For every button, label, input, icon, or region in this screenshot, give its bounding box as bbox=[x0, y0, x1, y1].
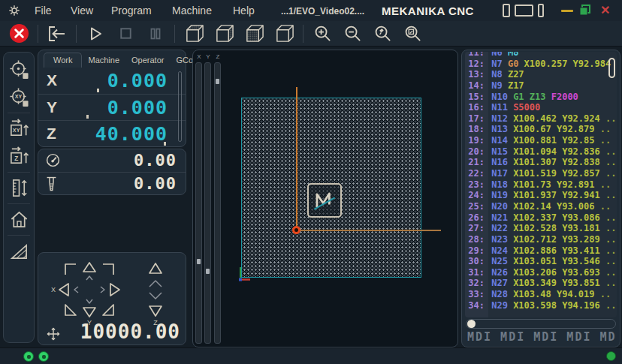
viewport-panel[interactable]: X Y Z bbox=[192, 50, 458, 347]
jog-step-up-chevron bbox=[86, 276, 92, 280]
goto-xy-zero-button[interactable]: XY bbox=[4, 115, 34, 143]
menu-view[interactable]: View bbox=[71, 5, 93, 17]
gcode-line: 14: N9 Z17 bbox=[465, 80, 617, 92]
toolbar-divider bbox=[76, 25, 77, 43]
program-rewind-button[interactable] bbox=[44, 23, 70, 45]
feed-spindle-panel: 0.00 0.00 bbox=[38, 149, 186, 195]
jog-step-left-chevron bbox=[74, 287, 78, 293]
gcode-line: 21: N16 X101.307 Y92.838 .. bbox=[465, 157, 617, 168]
menu-file[interactable]: File bbox=[35, 5, 52, 17]
app-title: MEKANIKA CNC bbox=[382, 5, 474, 17]
dro-tick bbox=[164, 142, 166, 146]
gcode-line: 22: N17 X101.519 Y92.857 .. bbox=[465, 168, 617, 179]
sidebar-divider bbox=[8, 172, 30, 173]
tab-machine[interactable]: Machine bbox=[82, 53, 125, 68]
gcode-line: 15: N10 G1 Z13 F2000 bbox=[465, 92, 617, 103]
toolbar-divider bbox=[174, 25, 175, 43]
dro-row-z: Z 40.000 bbox=[38, 120, 186, 146]
x-slider-handle[interactable] bbox=[197, 259, 201, 264]
jog-x-label: X bbox=[51, 286, 56, 293]
tab-work[interactable]: Work bbox=[44, 53, 82, 68]
zoom-fit-button[interactable] bbox=[400, 23, 425, 45]
pause-button[interactable] bbox=[143, 23, 168, 45]
zero-all-button[interactable] bbox=[4, 56, 34, 83]
gcode-line: 29: N24 X102.886 Y93.411 .. bbox=[465, 245, 617, 257]
dro-tick bbox=[97, 89, 99, 92]
move-arrows-icon bbox=[46, 326, 61, 344]
emergency-stop-button[interactable] bbox=[6, 23, 32, 45]
gcode-vertical-scrollbar[interactable] bbox=[608, 58, 615, 78]
hscroll-knob[interactable] bbox=[467, 320, 476, 328]
tool-length-button[interactable] bbox=[4, 174, 34, 202]
view-iso-button[interactable] bbox=[271, 23, 297, 45]
zero-xy-button[interactable]: XY bbox=[4, 83, 34, 111]
goto-z-zero-button[interactable]: Z bbox=[4, 143, 34, 170]
jog-sw-button bbox=[65, 305, 76, 315]
mdi-input[interactable]: MDI MDI MDI MDI MDI M bbox=[467, 330, 616, 345]
jog-feed-value[interactable]: 10000.00 bbox=[80, 320, 180, 343]
jog-pad[interactable]: X Y Z bbox=[43, 255, 186, 327]
gcode-line: 30: N25 X103.051 Y93.546 .. bbox=[465, 256, 617, 267]
jog-y-minus-button bbox=[83, 308, 95, 317]
sidebar-divider bbox=[8, 113, 30, 113]
status-bar bbox=[0, 347, 622, 364]
y-slider-handle[interactable] bbox=[206, 269, 210, 274]
cycle-start-button[interactable] bbox=[83, 23, 108, 45]
jog-z-down-chevron bbox=[149, 293, 162, 299]
dro-axis-y-label: Y bbox=[47, 98, 57, 116]
zoom-tool-button[interactable] bbox=[370, 23, 395, 45]
gcode-listing[interactable]: 11: N6 M812: N7 G0 X100.257 Y92.98413: N… bbox=[465, 52, 617, 317]
left-sidebar: XYXYZ bbox=[3, 52, 35, 343]
minimize-icon[interactable] bbox=[561, 10, 573, 12]
view-top-button[interactable] bbox=[181, 23, 207, 45]
jog-z-plus-button bbox=[149, 263, 162, 273]
zoom-in-button[interactable] bbox=[309, 23, 335, 45]
stop-button[interactable] bbox=[113, 23, 138, 45]
tool-bit-icon bbox=[45, 176, 58, 195]
jog-step-down-chevron bbox=[86, 299, 92, 303]
gcode-line: 18: N13 X100.67 Y92.879 .. bbox=[465, 124, 617, 135]
gcode-line: 33: N28 X103.48 Y94.019 .. bbox=[465, 289, 617, 300]
gcode-horizontal-scrollbar[interactable] bbox=[466, 319, 616, 329]
menu-machine[interactable]: Machine bbox=[172, 5, 212, 17]
gcode-line: 23: N18 X101.73 Y92.891 .. bbox=[465, 179, 617, 191]
maximize-icon[interactable] bbox=[579, 5, 590, 19]
tab-operator[interactable]: Operator bbox=[125, 53, 170, 68]
logo-engraving bbox=[307, 183, 342, 218]
status-badge-2 bbox=[38, 351, 49, 362]
gcode-line: 12: N7 G0 X100.257 Y92.984 bbox=[465, 59, 617, 70]
jog-step-right-chevron bbox=[101, 287, 104, 293]
jog-ne-button bbox=[103, 264, 113, 275]
jog-x-plus-button bbox=[110, 284, 119, 296]
jog-y-plus-button bbox=[83, 263, 95, 272]
zoom-out-button[interactable] bbox=[340, 23, 365, 45]
layout-wide-icon[interactable] bbox=[515, 5, 533, 17]
speedometer-icon bbox=[45, 152, 61, 171]
layout-narrow2-icon[interactable] bbox=[538, 4, 544, 17]
gcode-line: 28: N23 X102.712 Y93.289 .. bbox=[465, 234, 617, 245]
gcode-line: 19: N14 X100.881 Y92.85 .. bbox=[465, 135, 617, 146]
toolpath-horizontal-line bbox=[297, 230, 441, 231]
y-axis-slider[interactable] bbox=[204, 62, 211, 344]
gcode-line: 34: N29 X103.598 Y94.196 .. bbox=[465, 300, 617, 311]
menu-program[interactable]: Program bbox=[111, 5, 152, 17]
z-slider-handle[interactable] bbox=[216, 79, 219, 84]
close-icon[interactable]: ✕ bbox=[600, 3, 610, 17]
document-path: ...1/EVO_Video02.... bbox=[281, 6, 364, 17]
view-front-button[interactable] bbox=[241, 23, 267, 45]
gcode-line: 31: N26 X103.206 Y93.693 .. bbox=[465, 267, 617, 278]
gcode-line: 26: N21 X102.337 Y93.086 .. bbox=[465, 212, 617, 224]
title-bar: File View Program Machine Help ...1/EVO_… bbox=[0, 0, 622, 21]
dro-scrollbar[interactable] bbox=[178, 71, 182, 142]
svg-text:XY: XY bbox=[12, 127, 20, 134]
toolbar-divider bbox=[303, 25, 303, 43]
menu-help[interactable]: Help bbox=[233, 5, 255, 17]
view-side-button[interactable] bbox=[211, 23, 237, 45]
layout-narrow-icon[interactable] bbox=[503, 4, 510, 17]
home-button[interactable] bbox=[4, 206, 34, 233]
jog-z-minus-button bbox=[149, 306, 162, 316]
z-axis-slider[interactable] bbox=[214, 62, 221, 344]
angle-probe-button[interactable] bbox=[4, 237, 34, 265]
connection-led bbox=[606, 351, 616, 361]
x-axis-slider[interactable] bbox=[195, 62, 202, 344]
